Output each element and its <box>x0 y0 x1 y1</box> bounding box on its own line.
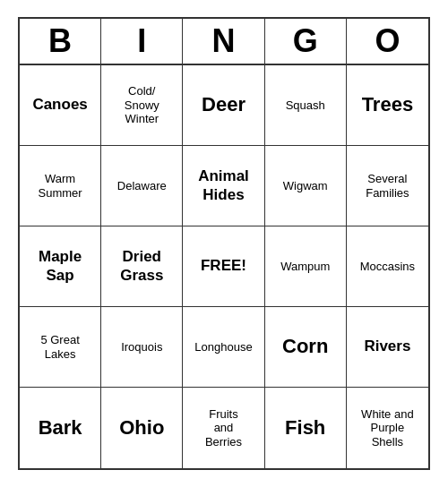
bingo-grid: CanoesCold/ Snowy WinterDeerSquashTreesW… <box>20 65 428 468</box>
bingo-cell-17: Longhouse <box>183 307 264 388</box>
bingo-cell-text-15: 5 Great Lakes <box>40 333 79 361</box>
bingo-cell-text-21: Ohio <box>119 416 164 440</box>
bingo-cell-text-9: Several Families <box>366 172 409 200</box>
bingo-cell-text-5: Warm Summer <box>39 172 82 200</box>
bingo-cell-1: Cold/ Snowy Winter <box>101 65 183 146</box>
bingo-cell-text-20: Bark <box>39 416 82 440</box>
bingo-cell-text-0: Canoes <box>32 96 87 114</box>
header-letter-g: G <box>265 19 347 64</box>
bingo-card: BINGO CanoesCold/ Snowy WinterDeerSquash… <box>18 17 430 470</box>
bingo-cell-text-16: Iroquois <box>121 340 162 355</box>
bingo-cell-text-8: Wigwam <box>283 179 328 193</box>
bingo-cell-text-22: Fruits and Berries <box>205 407 242 449</box>
bingo-cell-text-1: Cold/ Snowy Winter <box>125 84 159 126</box>
header-letter-b: B <box>20 19 101 64</box>
bingo-cell-text-7: Animal Hides <box>198 167 249 204</box>
bingo-cell-11: Dried Grass <box>101 226 183 307</box>
header-letter-n: N <box>183 19 264 64</box>
bingo-header: BINGO <box>20 19 428 65</box>
bingo-cell-text-14: Moccasins <box>360 260 415 274</box>
bingo-cell-text-4: Trees <box>362 93 414 116</box>
bingo-cell-7: Animal Hides <box>183 146 264 226</box>
header-letter-i: I <box>101 19 183 64</box>
bingo-cell-text-10: Maple Sap <box>39 248 82 285</box>
bingo-cell-16: Iroquois <box>101 307 183 388</box>
bingo-cell-6: Delaware <box>101 146 183 226</box>
bingo-cell-3: Squash <box>265 65 347 146</box>
bingo-cell-text-17: Longhouse <box>194 340 252 355</box>
bingo-cell-text-11: Dried Grass <box>120 248 163 285</box>
bingo-cell-15: 5 Great Lakes <box>20 307 101 388</box>
bingo-cell-13: Wampum <box>265 226 347 307</box>
bingo-cell-14: Moccasins <box>347 226 428 307</box>
bingo-cell-text-6: Delaware <box>117 179 167 193</box>
bingo-cell-12: FREE! <box>183 226 264 307</box>
bingo-cell-21: Ohio <box>101 388 183 468</box>
bingo-cell-24: White and Purple Shells <box>347 388 428 468</box>
bingo-cell-4: Trees <box>347 65 428 146</box>
bingo-cell-2: Deer <box>183 65 264 146</box>
bingo-cell-text-23: Fish <box>285 416 325 440</box>
bingo-cell-text-24: White and Purple Shells <box>361 407 414 449</box>
bingo-cell-text-18: Corn <box>282 335 328 358</box>
bingo-cell-text-3: Squash <box>286 98 325 113</box>
bingo-cell-10: Maple Sap <box>20 226 101 307</box>
bingo-cell-5: Warm Summer <box>20 146 101 226</box>
header-letter-o: O <box>347 19 428 64</box>
bingo-cell-text-2: Deer <box>202 93 246 116</box>
bingo-cell-22: Fruits and Berries <box>183 388 264 468</box>
bingo-cell-20: Bark <box>20 388 101 468</box>
bingo-cell-23: Fish <box>265 388 347 468</box>
bingo-cell-8: Wigwam <box>265 146 347 226</box>
bingo-cell-text-13: Wampum <box>280 260 330 274</box>
bingo-cell-0: Canoes <box>20 65 101 146</box>
bingo-cell-18: Corn <box>265 307 347 388</box>
bingo-cell-19: Rivers <box>347 307 428 388</box>
bingo-cell-text-12: FREE! <box>201 257 246 275</box>
bingo-cell-9: Several Families <box>347 146 428 226</box>
bingo-cell-text-19: Rivers <box>364 337 410 355</box>
